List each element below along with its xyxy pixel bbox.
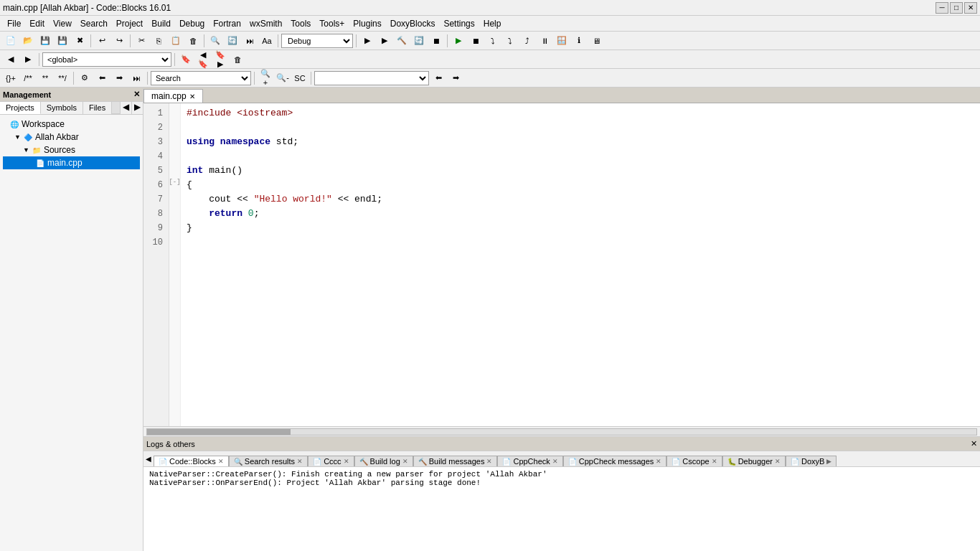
menu-tools[interactable]: Tools: [286, 17, 315, 30]
menu-plugins[interactable]: Plugins: [349, 17, 385, 30]
rebuild-button[interactable]: 🔄: [411, 33, 427, 49]
code-btn-4[interactable]: **/: [55, 70, 70, 86]
debug-windows[interactable]: 🪟: [554, 33, 570, 49]
tab-symbols[interactable]: Symbols: [41, 102, 83, 114]
panel-nav-left[interactable]: ◀: [120, 102, 131, 114]
minimize-button[interactable]: ─: [936, 2, 948, 14]
codeblocks-tab-close[interactable]: ✕: [218, 458, 224, 465]
editor-tab-maincpp[interactable]: main.cpp ✕: [143, 89, 203, 103]
log-tab-search[interactable]: 🔍 Search results ✕: [229, 456, 308, 466]
debug-into[interactable]: ⤵: [502, 33, 518, 49]
menu-project[interactable]: Project: [112, 17, 147, 30]
search-tab-close[interactable]: ✕: [297, 458, 303, 465]
bookmark-clear[interactable]: 🗑: [230, 52, 245, 67]
nav-back[interactable]: ⚙: [77, 70, 93, 86]
log-tab-cppcheck[interactable]: 📄 CppCheck ✕: [497, 456, 562, 466]
nav-left[interactable]: ◀: [3, 52, 19, 67]
log-tab-cccc[interactable]: 📄 Cccc ✕: [308, 456, 354, 466]
debug-start[interactable]: ▶: [451, 33, 466, 49]
editor-scrollbar[interactable]: [143, 426, 980, 436]
cscope-tab-close[interactable]: ✕: [712, 458, 717, 465]
menu-doxyblocks[interactable]: DoxyBlocks: [386, 17, 440, 30]
build-button[interactable]: 🔨: [394, 33, 410, 49]
zoom-in[interactable]: 🔍+: [258, 70, 273, 86]
doxyb-tab-close[interactable]: ▶: [826, 458, 831, 465]
new-button[interactable]: 📄: [3, 33, 19, 49]
maximize-button[interactable]: □: [950, 2, 963, 14]
tree-workspace[interactable]: 🌐 Workspace: [3, 118, 140, 131]
logs-close[interactable]: ✕: [971, 439, 977, 448]
log-tab-codeblocks[interactable]: 📄 Code::Blocks ✕: [154, 456, 229, 466]
function-search[interactable]: [314, 71, 429, 85]
replace-btn[interactable]: 🔄: [225, 33, 240, 49]
log-tab-buildlog[interactable]: 🔨 Build log ✕: [354, 456, 413, 466]
cut-button[interactable]: ✂: [133, 33, 149, 49]
menu-view[interactable]: View: [49, 17, 76, 30]
code-editor[interactable]: 1 2 3 4 5 6 7 8 9 10 [-] #include <iostr…: [143, 103, 980, 426]
menu-search[interactable]: Search: [76, 17, 112, 30]
sc-btn[interactable]: SC: [292, 70, 308, 86]
debugger-tab-close[interactable]: ✕: [775, 458, 781, 465]
find-next[interactable]: ⏭: [242, 33, 258, 49]
build-config-dropdown[interactable]: Debug Release: [281, 34, 353, 48]
close-file-button[interactable]: ✖: [72, 33, 88, 49]
undo-button[interactable]: ↩: [94, 33, 110, 49]
tab-projects[interactable]: Projects: [0, 102, 41, 114]
code-tools-2[interactable]: ➡: [448, 70, 463, 86]
code-btn-3[interactable]: **: [37, 70, 53, 86]
tree-sources[interactable]: ▼ 📁 Sources: [3, 143, 140, 156]
hscroll-thumb[interactable]: [147, 429, 291, 435]
bookmark-next[interactable]: 🔖▶: [212, 52, 228, 67]
global-scope-dropdown[interactable]: <global>: [42, 52, 171, 67]
editor-tab-close[interactable]: ✕: [189, 93, 195, 100]
nav-fwd[interactable]: ⬅: [94, 70, 110, 86]
zoom-out[interactable]: 🔍-: [275, 70, 291, 86]
redo-button[interactable]: ↪: [111, 33, 127, 49]
menu-fortran[interactable]: Fortran: [209, 17, 245, 30]
debug-cpu[interactable]: 🖥: [588, 33, 604, 49]
menu-build[interactable]: Build: [147, 17, 175, 30]
log-tab-cscope[interactable]: 📄 Cscope ✕: [666, 456, 722, 466]
menu-file[interactable]: File: [3, 17, 25, 30]
close-button[interactable]: ✕: [964, 2, 977, 14]
nav-right[interactable]: ▶: [20, 52, 36, 67]
run-button[interactable]: ▶: [377, 33, 392, 49]
tree-maincpp[interactable]: 📄 main.cpp: [3, 156, 140, 169]
code-content[interactable]: #include <iostream> using namespace std;…: [181, 103, 980, 426]
code-btn-1[interactable]: {}+: [3, 70, 19, 86]
bookmark-toggle[interactable]: 🔖: [178, 52, 194, 67]
nav-end[interactable]: ⏭: [128, 70, 144, 86]
menu-wxsmith[interactable]: wxSmith: [245, 17, 286, 30]
paste-button[interactable]: 📋: [168, 33, 184, 49]
logs-nav-left[interactable]: ◀: [143, 455, 154, 463]
open-button[interactable]: 📂: [20, 33, 36, 49]
bookmark-prev[interactable]: ◀🔖: [195, 52, 211, 67]
debug-info[interactable]: ℹ: [571, 33, 587, 49]
menu-settings[interactable]: Settings: [439, 17, 479, 30]
log-tab-doxyb[interactable]: 📄 DoxyB ▶: [786, 456, 837, 466]
stop-button[interactable]: ⏹: [428, 33, 444, 49]
panel-nav-right[interactable]: ▶: [131, 102, 143, 114]
menu-toolsplus[interactable]: Tools+: [315, 17, 349, 30]
copy-button[interactable]: ⎘: [151, 33, 166, 49]
search-bar[interactable]: Search: [151, 71, 251, 85]
hscroll-track[interactable]: [146, 428, 977, 435]
menu-help[interactable]: Help: [479, 17, 506, 30]
search-btn[interactable]: 🔍: [207, 33, 223, 49]
save-all-button[interactable]: 💾: [55, 33, 70, 49]
cccc-tab-close[interactable]: ✕: [344, 458, 349, 465]
delete-button[interactable]: 🗑: [185, 33, 201, 49]
build-run-button[interactable]: ▶: [359, 33, 375, 49]
buildmsg-tab-close[interactable]: ✕: [486, 458, 492, 465]
debug-out[interactable]: ⤴: [519, 33, 535, 49]
management-close[interactable]: ✕: [133, 90, 140, 99]
menu-edit[interactable]: Edit: [25, 17, 49, 30]
cppcheck-tab-close[interactable]: ✕: [552, 458, 558, 465]
buildlog-tab-close[interactable]: ✕: [402, 458, 408, 465]
log-tab-buildmsg[interactable]: 🔨 Build messages ✕: [413, 456, 498, 466]
debug-next[interactable]: ⤵: [485, 33, 501, 49]
tree-project[interactable]: ▼ 🔷 Allah Akbar: [3, 131, 140, 143]
menu-debug[interactable]: Debug: [175, 17, 209, 30]
log-tab-debugger[interactable]: 🐛 Debugger ✕: [722, 456, 786, 466]
tab-files[interactable]: Files: [83, 102, 112, 114]
